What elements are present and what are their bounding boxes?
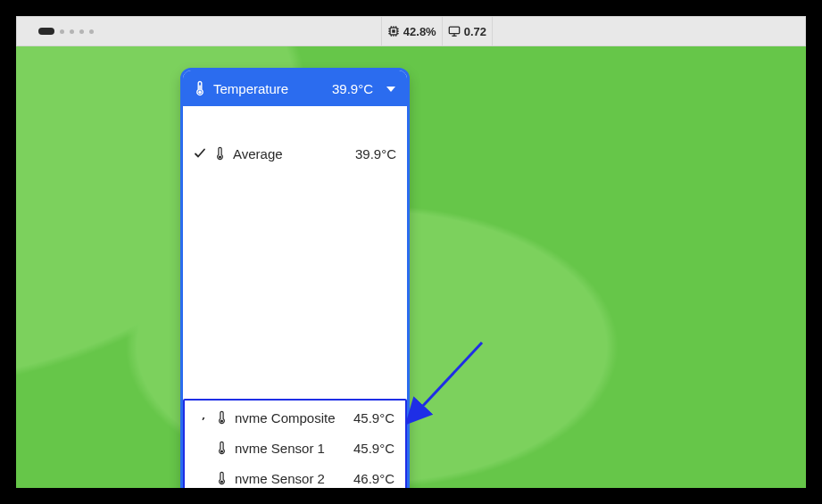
svg-point-3 — [198, 91, 202, 95]
sensor-row-nvme-sensor-2[interactable]: nvme Sensor 2 46.9°C — [185, 463, 405, 488]
workspace-dot — [79, 29, 84, 34]
svg-point-7 — [220, 480, 222, 483]
chevron-down-icon — [386, 81, 396, 96]
monitor-icon — [448, 25, 461, 37]
svg-point-4 — [218, 155, 220, 158]
sensor-value: 45.9°C — [353, 410, 394, 426]
panel-title: Temperature — [213, 81, 288, 96]
sensor-row-nvme-composite[interactable]: nvme Composite 45.9°C — [185, 402, 405, 433]
workspace-indicator[interactable] — [38, 28, 94, 35]
thermometer-icon — [215, 410, 228, 425]
sensor-list-nvme: ̦ nvme Composite 45.9°C — [183, 399, 407, 488]
workspace-dot — [89, 29, 94, 34]
load-value: 0.72 — [464, 25, 486, 38]
annotation-arrow — [394, 337, 502, 444]
cpu-icon — [387, 25, 400, 37]
sensor-value: 46.9°C — [353, 471, 394, 486]
workspace-dot — [70, 29, 74, 34]
thermometer-icon — [194, 80, 206, 96]
top-bar: 42.8% 0.72 — [16, 16, 806, 46]
sensor-row-nvme-sensor-1[interactable]: nvme Sensor 1 45.9°C — [185, 433, 405, 463]
thermometer-icon — [213, 146, 226, 161]
desktop-background: Temperature 39.9°C — [16, 46, 806, 488]
svg-rect-1 — [392, 29, 395, 33]
sensor-list-top: Average 39.9°C — [183, 138, 407, 169]
sensor-label: nvme Sensor 1 — [235, 441, 346, 456]
check-icon — [194, 147, 206, 160]
workspace-active-dot — [38, 28, 54, 35]
sensor-value: 39.9°C — [355, 146, 396, 161]
svg-rect-2 — [449, 27, 459, 33]
svg-line-8 — [409, 343, 482, 421]
svg-point-6 — [220, 450, 222, 452]
sensor-value: 45.9°C — [353, 441, 394, 456]
sensor-label: nvme Composite — [235, 410, 346, 426]
workspace-dot — [60, 29, 64, 34]
temperature-panel: Temperature 39.9°C — [180, 68, 410, 488]
load-indicator[interactable]: 0.72 — [443, 17, 492, 45]
svg-point-5 — [220, 419, 222, 422]
sensor-label: nvme Sensor 2 — [235, 471, 346, 486]
thermometer-icon — [215, 471, 228, 485]
cpu-usage-value: 42.8% — [403, 25, 436, 38]
panel-header-value: 39.9°C — [332, 81, 373, 96]
sensor-row-average[interactable]: Average 39.9°C — [183, 138, 407, 169]
cpu-usage-indicator[interactable]: 42.8% — [382, 17, 442, 45]
temperature-panel-header[interactable]: Temperature 39.9°C — [183, 70, 407, 106]
sensor-label: Average — [233, 146, 348, 161]
thermometer-icon — [215, 441, 228, 455]
